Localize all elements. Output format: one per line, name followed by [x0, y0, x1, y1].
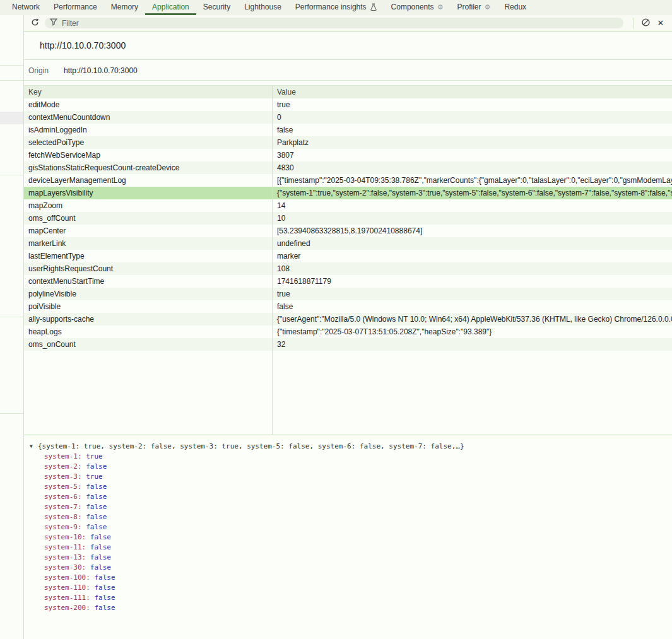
- preview-entry-value: false: [86, 553, 111, 561]
- table-row[interactable]: oms_offCount10: [24, 212, 672, 225]
- table-row[interactable]: fetchWebServiceMap3807: [24, 149, 672, 161]
- preview-entry: system-9: false: [30, 522, 672, 532]
- tab-lighthouse[interactable]: Lighthouse: [237, 0, 288, 15]
- preview-entry-value: false: [90, 583, 115, 592]
- tab-memory[interactable]: Memory: [104, 0, 145, 15]
- preview-entry: system-30: false: [30, 563, 672, 573]
- table-row[interactable]: oms_onCount32: [24, 338, 672, 351]
- value-preview-panel: ▼{system-1: true, system-2: false, syste…: [24, 436, 672, 639]
- preview-entry-key: system-100:: [44, 573, 90, 582]
- preview-entry: system-6: false: [30, 492, 672, 502]
- table-row[interactable]: editModetrue: [24, 98, 672, 111]
- row-value: false: [272, 302, 672, 311]
- tab-label: Redux: [504, 3, 526, 11]
- value-column-header[interactable]: Value: [272, 88, 672, 97]
- preview-entry: system-111: false: [30, 593, 672, 603]
- row-key: userRightsRequestCount: [24, 264, 272, 273]
- table-row[interactable]: mapZoom14: [24, 199, 672, 212]
- table-row[interactable]: poiVisiblefalse: [24, 300, 672, 313]
- row-value: 108: [272, 264, 672, 273]
- application-panel-sidebar[interactable]: [0, 15, 24, 639]
- table-row[interactable]: mapLayersVisibility{"system-1":true,"sys…: [24, 187, 672, 199]
- row-value: undefined: [272, 239, 672, 248]
- preview-entry-key: system-13:: [44, 553, 86, 561]
- preview-entry-value: true: [82, 452, 103, 460]
- preview-entry: system-13: false: [30, 553, 672, 563]
- filter-input[interactable]: [62, 19, 618, 28]
- funnel-icon: [50, 18, 57, 28]
- preview-entry-value: false: [86, 563, 111, 572]
- table-row[interactable]: polylineVisibletrue: [24, 288, 672, 300]
- refresh-icon: [30, 18, 40, 29]
- tab-label: Performance: [54, 3, 97, 11]
- toolbar-separator: [634, 18, 634, 29]
- tab-label: Application: [152, 3, 189, 11]
- table-row[interactable]: contextMenuCountdown0: [24, 111, 672, 124]
- table-row[interactable]: heapLogs{"timestamp":"2025-03-07T13:51:0…: [24, 325, 672, 338]
- table-row[interactable]: contextMenuStartTime1741618871179: [24, 275, 672, 288]
- filter-field[interactable]: [45, 18, 623, 28]
- gear-icon: ⚙: [437, 3, 444, 11]
- row-key: gisStationsStaticRequestCount-createDevi…: [24, 163, 272, 172]
- row-value: {"timestamp":"2025-03-07T13:51:05.208Z",…: [272, 327, 672, 336]
- preview-entry: system-5: false: [30, 482, 672, 492]
- tab-profiler[interactable]: Profiler⚙: [451, 0, 498, 15]
- origin-value: http://10.10.0.70:3000: [64, 66, 138, 75]
- row-value: true: [272, 290, 672, 298]
- tab-components[interactable]: Components⚙: [384, 0, 451, 15]
- clear-storage-button[interactable]: [638, 16, 653, 31]
- table-row[interactable]: userRightsRequestCount108: [24, 262, 672, 275]
- row-key: poiVisible: [24, 302, 272, 311]
- preview-entry-value: true: [82, 472, 103, 481]
- row-key: lastElementType: [24, 252, 272, 261]
- key-column-header[interactable]: Key: [24, 88, 272, 97]
- sidebar-divider: [0, 413, 23, 414]
- preview-entry-value: false: [82, 493, 107, 501]
- preview-entry: system-7: false: [30, 502, 672, 512]
- table-header-row: Key Value: [24, 86, 672, 98]
- tab-label: Profiler: [457, 3, 481, 11]
- row-key: mapZoom: [24, 201, 272, 210]
- key-value-table: Key Value editModetruecontextMenuCountdo…: [24, 85, 672, 435]
- table-row[interactable]: mapCenter[53.23940863328815,8.1970024108…: [24, 225, 672, 237]
- storage-host-title: http://10.10.0.70:3000: [24, 32, 672, 60]
- table-body: editModetruecontextMenuCountdown0isAdmin…: [24, 98, 672, 351]
- preview-summary-row[interactable]: ▼{system-1: true, system-2: false, syste…: [30, 442, 672, 452]
- preview-entry-value: false: [82, 513, 107, 521]
- row-key: oms_onCount: [24, 340, 272, 349]
- table-row[interactable]: gisStationsStaticRequestCount-createDevi…: [24, 161, 672, 174]
- table-row[interactable]: deviceLayerManagementLog[{"timestamp":"2…: [24, 174, 672, 187]
- row-key: isAdminLoggedIn: [24, 126, 272, 134]
- preview-entry-key: system-5:: [44, 483, 82, 491]
- preview-entry-key: system-111:: [44, 594, 90, 602]
- expand-triangle-icon[interactable]: ▼: [30, 442, 38, 452]
- table-row[interactable]: ally-supports-cache{"userAgent":"Mozilla…: [24, 313, 672, 325]
- row-key: contextMenuStartTime: [24, 277, 272, 286]
- close-panel-button[interactable]: ✕: [653, 16, 668, 31]
- row-value: marker: [272, 252, 672, 261]
- tab-label: Components: [391, 3, 434, 11]
- row-key: oms_offCount: [24, 214, 272, 223]
- row-key: selectedPoiType: [24, 138, 272, 147]
- refresh-button[interactable]: [27, 16, 42, 31]
- row-value: [{"timestamp":"2025-03-04T09:35:38.786Z"…: [272, 176, 672, 185]
- row-key: mapCenter: [24, 226, 272, 235]
- row-key: contextMenuCountdown: [24, 113, 272, 122]
- tab-application[interactable]: Application: [145, 0, 196, 15]
- flask-icon: [370, 3, 377, 11]
- tab-performance[interactable]: Performance: [47, 0, 104, 15]
- table-row[interactable]: isAdminLoggedInfalse: [24, 124, 672, 136]
- tab-performance-insights[interactable]: Performance insights: [288, 0, 384, 15]
- tab-redux[interactable]: Redux: [497, 0, 533, 15]
- tab-network[interactable]: Network: [5, 0, 47, 15]
- table-row[interactable]: lastElementTypemarker: [24, 250, 672, 262]
- sidebar-selected-item[interactable]: [0, 112, 23, 124]
- tab-security[interactable]: Security: [196, 0, 237, 15]
- row-value: 14: [272, 201, 672, 210]
- row-value: {"system-1":true,"system-2":false,"syste…: [272, 189, 672, 197]
- table-row[interactable]: markerLinkundefined: [24, 237, 672, 250]
- devtools-tab-bar: NetworkPerformanceMemoryApplicationSecur…: [0, 0, 672, 15]
- storage-toolbar: ✕: [24, 15, 672, 32]
- row-key: editMode: [24, 100, 272, 109]
- table-row[interactable]: selectedPoiTypeParkplatz: [24, 136, 672, 149]
